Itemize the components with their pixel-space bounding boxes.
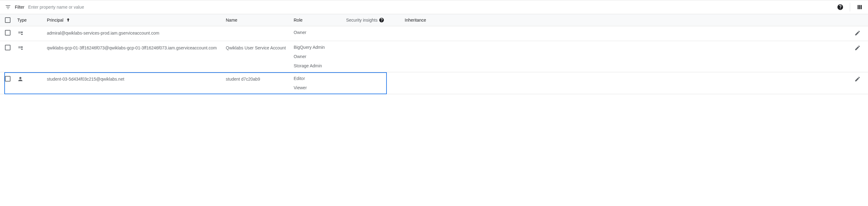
highlighted-row-wrap: student-03-5d434f03c215@qwiklabs.net stu… [0,72,868,94]
divider [850,3,850,11]
filter-bar-right [837,3,863,11]
role-text: Owner [293,54,325,59]
filter-label: Filter [15,5,24,9]
header-principal[interactable]: Principal [47,18,64,23]
header-security-insights[interactable]: Security insights [346,18,377,23]
principal-text: student-03-5d434f03c215@qwiklabs.net [47,76,129,83]
filter-icon [5,4,11,10]
header-role[interactable]: Role [293,18,303,23]
row-checkbox[interactable] [5,45,10,50]
sort-ascending-icon[interactable] [65,17,71,23]
filter-input[interactable] [28,5,833,9]
name-text: student d7c20ab9 [226,76,260,83]
role-text: BigQuery Admin [293,45,325,50]
header-type[interactable]: Type [17,18,27,23]
service-account-icon [17,45,24,52]
role-text: Editor [293,76,307,81]
table-row: student-03-5d434f03c215@qwiklabs.net stu… [0,72,868,94]
edit-icon[interactable] [855,45,861,51]
columns-icon[interactable] [856,4,863,10]
principal-text: admiral@qwiklabs-services-prod.iam.gserv… [47,30,164,36]
edit-icon[interactable] [855,76,861,82]
row-checkbox[interactable] [5,76,10,82]
table-row: qwiklabs-gcp-01-3ff16246f073@qwiklabs-gc… [0,41,868,72]
principal-text: qwiklabs-gcp-01-3ff16246f073@qwiklabs-gc… [47,45,222,51]
service-account-icon [17,30,24,37]
iam-principals-panel: Filter Type Principal Name Role Security… [0,0,868,94]
header-inheritance[interactable]: Inheritance [405,18,426,23]
edit-icon[interactable] [855,30,861,36]
role-text: Owner [293,30,306,35]
table-row: admiral@qwiklabs-services-prod.iam.gserv… [0,26,868,41]
select-all-checkbox[interactable] [5,17,10,23]
user-icon [17,76,24,83]
help-icon[interactable] [837,4,844,10]
help-icon[interactable] [379,17,384,23]
name-text: Qwiklabs User Service Account [226,45,286,51]
role-text: Viewer [293,85,307,90]
header-name[interactable]: Name [226,18,237,23]
filter-bar: Filter [0,0,868,14]
role-text: Storage Admin [293,63,325,68]
row-checkbox[interactable] [5,30,10,35]
table-header-row: Type Principal Name Role Security insigh… [0,14,868,26]
